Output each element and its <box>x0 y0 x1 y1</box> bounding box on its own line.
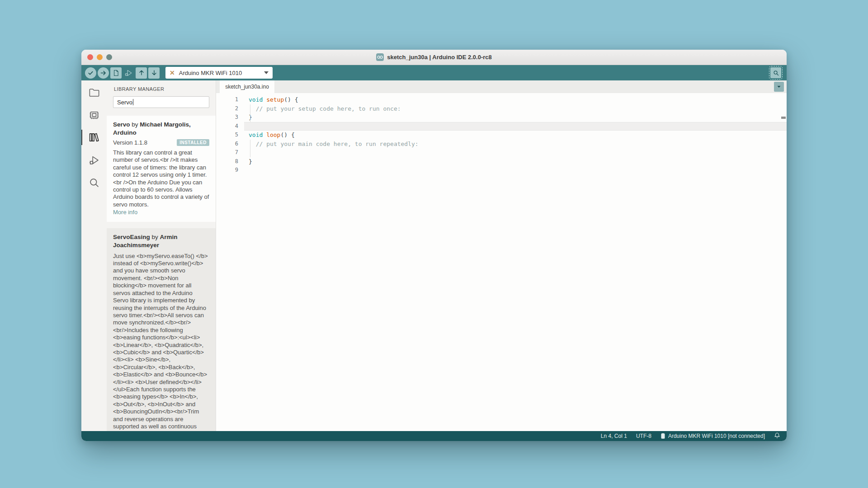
main-area: LIBRARY MANAGER Servo Servo by Michael M… <box>81 80 787 431</box>
window-titlebar[interactable]: sketch_jun30a | Arduino IDE 2.0.0-rc8 <box>81 50 787 65</box>
sidebar-item-sketchbook[interactable] <box>81 81 107 103</box>
line-number: 1 <box>216 95 238 104</box>
library-item-title: ServoEasing by Armin Joachimsmeyer <box>113 233 209 249</box>
zoom-window-button[interactable] <box>106 54 112 60</box>
status-bar: Ln 4, Col 1 UTF-8 Arduino MKR WiFi 1010 … <box>81 431 787 441</box>
bell-icon <box>774 432 780 439</box>
code-line[interactable]: 7 <box>216 148 787 157</box>
arrow-up-icon <box>138 69 145 76</box>
tab-label: sketch_jun30a.ino <box>225 84 269 90</box>
board-chip-icon <box>660 433 665 439</box>
code-text: } <box>244 157 787 166</box>
encoding[interactable]: UTF-8 <box>636 433 651 439</box>
library-item-title: Servo by Michael Margolis, Arduino <box>113 121 209 137</box>
verify-check-icon <box>87 69 94 77</box>
minimize-window-button[interactable] <box>97 54 103 60</box>
code-text <box>244 122 787 131</box>
line-number: 6 <box>216 140 238 149</box>
code-line[interactable]: 3} <box>216 113 787 122</box>
code-line[interactable]: 8} <box>216 157 787 166</box>
upload-button[interactable] <box>98 67 109 79</box>
library-item-description: Just use <b>myServo.easeTo() </b> instea… <box>113 253 209 431</box>
search-icon <box>88 177 100 189</box>
board-selector-value: Arduino MKR WiFi 1010 <box>179 70 242 76</box>
cursor-position[interactable]: Ln 4, Col 1 <box>601 433 627 439</box>
arrow-up-button[interactable] <box>136 67 147 79</box>
debug-icon <box>124 69 133 77</box>
notifications-button[interactable] <box>774 432 780 440</box>
serial-monitor-button[interactable] <box>770 67 781 78</box>
toolbar: ✕ Arduino MKR WiFi 1010 <box>81 65 787 80</box>
code-line[interactable]: 1void setup() { <box>216 95 787 104</box>
debug-button[interactable] <box>123 67 134 79</box>
code-text: void loop() { <box>244 131 787 140</box>
code-text: // put your setup code here, to run once… <box>244 104 787 113</box>
code-line[interactable]: 9 <box>216 166 787 175</box>
panel-header: LIBRARY MANAGER <box>107 80 216 95</box>
upload-arrow-right-icon <box>99 69 107 77</box>
code-line[interactable]: 5void loop() { <box>216 131 787 140</box>
arduino-app-icon <box>376 53 384 61</box>
line-number: 8 <box>216 157 238 166</box>
board-status-text: Arduino MKR WiFi 1010 [not connected] <box>668 433 765 439</box>
indent-guide <box>250 104 250 122</box>
library-manager-panel: LIBRARY MANAGER Servo Servo by Michael M… <box>107 80 216 431</box>
library-search-input[interactable]: Servo <box>113 96 209 108</box>
verify-button[interactable] <box>85 67 96 79</box>
code-line[interactable]: 2 // put your setup code here, to run on… <box>216 104 787 113</box>
activity-sidebar <box>81 80 107 431</box>
chevron-down-icon <box>264 71 269 74</box>
books-icon <box>88 131 100 144</box>
code-text: void setup() { <box>244 95 787 104</box>
editor-tab-bar: sketch_jun30a.ino <box>216 80 787 93</box>
window-title: sketch_jun30a | Arduino IDE 2.0.0-rc8 <box>387 54 491 61</box>
library-results-list: Servo by Michael Margolis, ArduinoVersio… <box>107 116 216 431</box>
sidebar-item-boards-manager[interactable] <box>81 103 107 126</box>
folder-icon <box>88 86 100 99</box>
code-lines: 1void setup() {2 // put your setup code … <box>216 95 787 175</box>
library-item-version: Version 1.1.8 <box>113 139 147 146</box>
board-status[interactable]: Arduino MKR WiFi 1010 [not connected] <box>660 433 765 439</box>
arduino-ide-window: sketch_jun30a | Arduino IDE 2.0.0-rc8 <box>81 50 787 441</box>
chip-icon <box>88 109 100 121</box>
sidebar-item-library-manager[interactable] <box>81 126 107 149</box>
editor-more-actions-button[interactable] <box>774 82 784 92</box>
line-number: 4 <box>216 122 238 131</box>
debug-icon <box>88 154 100 166</box>
board-disconnected-x-icon: ✕ <box>170 70 175 76</box>
magnifier-icon <box>773 70 779 76</box>
library-item-description: This library can control a great number … <box>113 149 209 208</box>
library-search-value: Servo <box>117 99 132 106</box>
arrow-down-button[interactable] <box>148 67 160 79</box>
code-text: // put your main code here, to run repea… <box>244 140 787 149</box>
code-line-current[interactable]: 4 <box>216 122 787 131</box>
more-info-link[interactable]: More info <box>113 209 137 216</box>
installed-badge: INSTALLED <box>177 139 209 146</box>
traffic-lights <box>87 50 112 65</box>
line-number: 3 <box>216 113 238 122</box>
document-icon <box>112 69 120 77</box>
sidebar-item-debug[interactable] <box>81 149 107 171</box>
close-window-button[interactable] <box>87 54 93 60</box>
code-line[interactable]: 6 // put your main code here, to run rep… <box>216 140 787 149</box>
line-number: 9 <box>216 166 238 175</box>
sidebar-item-search[interactable] <box>81 171 107 194</box>
line-number: 2 <box>216 104 238 113</box>
scrollbar-marker[interactable] <box>781 117 786 119</box>
line-number: 7 <box>216 148 238 157</box>
tab-sketch-jun30a[interactable]: sketch_jun30a.ino <box>220 80 274 93</box>
line-number: 5 <box>216 131 238 140</box>
new-sketch-button[interactable] <box>110 67 122 79</box>
library-result-item[interactable]: ServoEasing by Armin JoachimsmeyerJust u… <box>107 228 216 431</box>
window-title-area: sketch_jun30a | Arduino IDE 2.0.0-rc8 <box>376 53 491 61</box>
library-result-item[interactable]: Servo by Michael Margolis, ArduinoVersio… <box>107 116 216 222</box>
arrow-down-icon <box>151 69 158 76</box>
text-caret <box>133 99 133 105</box>
code-editor[interactable]: 1void setup() {2 // put your setup code … <box>216 93 787 431</box>
code-text: } <box>244 113 787 122</box>
indent-guide <box>250 140 250 157</box>
board-selector-dropdown[interactable]: ✕ Arduino MKR WiFi 1010 <box>165 67 273 79</box>
code-text <box>244 166 787 175</box>
editor-area: sketch_jun30a.ino 1void setup() {2 // pu… <box>216 80 787 431</box>
code-text <box>244 148 787 157</box>
